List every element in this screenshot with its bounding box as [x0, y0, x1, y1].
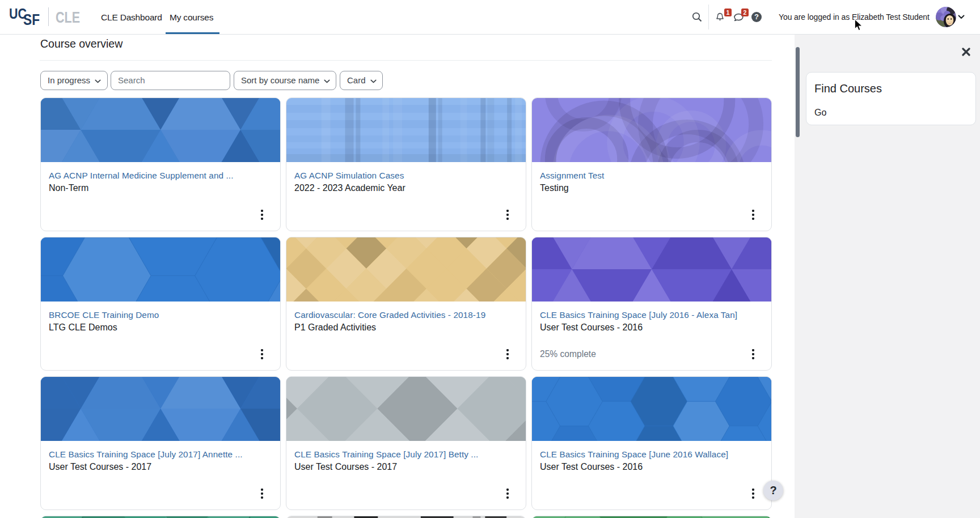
- svg-text:CLE: CLE: [56, 9, 80, 26]
- svg-text:SF: SF: [23, 11, 40, 28]
